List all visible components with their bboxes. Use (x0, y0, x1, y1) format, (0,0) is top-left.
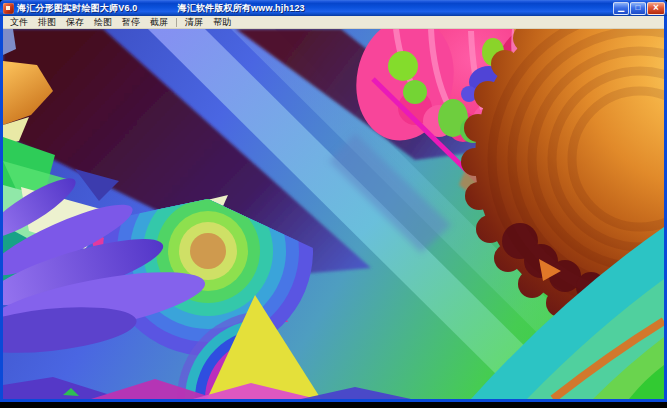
menu-item-save[interactable]: 保存 (61, 16, 89, 29)
title-bar: 海汇分形图实时绘图大师V6.0 海汇软件版权所有www.hjh123 ▁ □ × (0, 0, 667, 16)
menu-item-draw[interactable]: 绘图 (89, 16, 117, 29)
minimize-button[interactable]: ▁ (613, 2, 629, 15)
menu-item-clear[interactable]: 清屏 (180, 16, 208, 29)
window-controls: ▁ □ × (612, 2, 665, 15)
menu-item-help[interactable]: 帮助 (208, 16, 236, 29)
canvas-area[interactable] (3, 29, 664, 399)
menu-item-capture[interactable]: 截屏 (145, 16, 173, 29)
window-body: 文件 排图 保存 绘图 暂停 截屏 清屏 帮助 (0, 16, 667, 402)
minimize-icon: ▁ (618, 4, 624, 12)
close-button[interactable]: × (647, 2, 665, 15)
menu-item-arrange[interactable]: 排图 (33, 16, 61, 29)
menu-item-file[interactable]: 文件 (5, 16, 33, 29)
fractal-artwork (3, 29, 664, 399)
app-window: 海汇分形图实时绘图大师V6.0 海汇软件版权所有www.hjh123 ▁ □ ×… (0, 0, 667, 402)
titlebar-copyright: 海汇软件版权所有www.hjh123 (178, 2, 305, 15)
maximize-icon: □ (636, 4, 641, 12)
close-icon: × (653, 3, 659, 13)
window-title: 海汇分形图实时绘图大师V6.0 (17, 2, 138, 15)
menu-item-pause[interactable]: 暂停 (117, 16, 145, 29)
menu-bar: 文件 排图 保存 绘图 暂停 截屏 清屏 帮助 (3, 16, 664, 29)
menu-separator (176, 18, 177, 27)
app-icon (3, 3, 14, 14)
maximize-button[interactable]: □ (630, 2, 646, 15)
